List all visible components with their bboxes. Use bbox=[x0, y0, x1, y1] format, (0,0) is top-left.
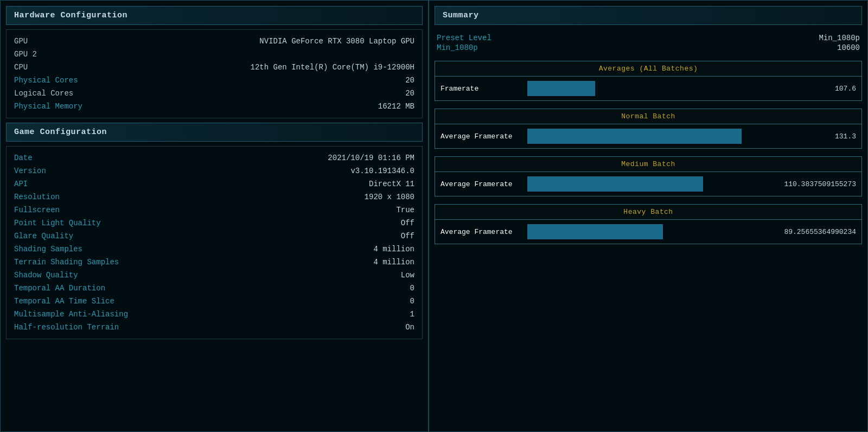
config-value: 1920 x 1080 bbox=[365, 193, 414, 201]
preset-row: Preset Level Min_1080p bbox=[437, 34, 860, 42]
normal-bar-container bbox=[527, 129, 753, 144]
framerate-bar bbox=[527, 81, 595, 96]
normal-batch-section: Normal Batch Average Framerate 131.3 bbox=[435, 109, 862, 149]
summary-header: Summary bbox=[435, 6, 862, 25]
hardware-config-content: GPUNVIDIA GeForce RTX 3080 Laptop GPUGPU… bbox=[6, 29, 423, 118]
config-value: 2021/10/19 01:16 PM bbox=[328, 154, 414, 162]
preset-label: Preset Level bbox=[437, 34, 492, 42]
config-label: Version bbox=[14, 167, 46, 175]
hardware-row: GPUNVIDIA GeForce RTX 3080 Laptop GPU bbox=[14, 35, 414, 47]
game-row: Multisample Anti-Aliasing1 bbox=[14, 308, 414, 320]
averages-content: Framerate 107.6 bbox=[435, 77, 861, 100]
config-value: 16212 MB bbox=[378, 102, 414, 111]
hardware-row: Logical Cores20 bbox=[14, 87, 414, 99]
config-value: On bbox=[405, 323, 414, 332]
config-label: Half-resolution Terrain bbox=[14, 323, 119, 332]
normal-bar bbox=[527, 129, 742, 144]
config-label: GPU bbox=[14, 37, 28, 46]
game-row: Temporal AA Time Slice0 bbox=[14, 295, 414, 307]
heavy-bar bbox=[527, 224, 663, 239]
config-value: 1 bbox=[410, 310, 414, 319]
config-label: Multisample Anti-Aliasing bbox=[14, 310, 128, 319]
config-label: Physical Cores bbox=[14, 76, 78, 85]
config-label: API bbox=[14, 180, 28, 188]
summary-top: Preset Level Min_1080p Min_1080p 10600 bbox=[435, 29, 862, 56]
config-value: Off bbox=[401, 232, 414, 240]
config-label: GPU 2 bbox=[14, 50, 37, 59]
game-config-content: Date2021/10/19 01:16 PMVersionv3.10.1913… bbox=[6, 146, 423, 339]
medium-batch-section: Medium Batch Average Framerate 110.38375… bbox=[435, 156, 862, 196]
config-label: Shading Samples bbox=[14, 245, 82, 253]
config-value: DirectX 11 bbox=[369, 180, 414, 188]
normal-framerate-label: Average Framerate bbox=[441, 132, 522, 141]
heavy-bar-container bbox=[527, 224, 753, 239]
config-value: v3.10.191346.0 bbox=[350, 167, 414, 175]
min-label: Min_1080p bbox=[437, 43, 478, 52]
averages-section: Averages (All Batches) Framerate 107.6 bbox=[435, 61, 862, 101]
medium-batch-header: Medium Batch bbox=[435, 157, 861, 172]
config-value: 0 bbox=[410, 297, 414, 306]
config-label: Resolution bbox=[14, 193, 60, 201]
game-row: Glare QualityOff bbox=[14, 230, 414, 242]
game-row: Shading Samples4 million bbox=[14, 243, 414, 255]
config-label: Point Light Quality bbox=[14, 219, 101, 227]
hardware-row: GPU 2 bbox=[14, 48, 414, 60]
medium-bar bbox=[527, 176, 703, 192]
min-value: 10600 bbox=[837, 43, 860, 52]
heavy-batch-section: Heavy Batch Average Framerate 89.2565536… bbox=[435, 204, 862, 244]
config-value: Off bbox=[401, 219, 414, 227]
normal-framerate-value: 131.3 bbox=[758, 132, 856, 141]
game-config-header: Game Configuration bbox=[6, 123, 423, 142]
config-label: Temporal AA Time Slice bbox=[14, 297, 114, 306]
averages-header: Averages (All Batches) bbox=[435, 61, 861, 77]
left-panel: Hardware Configuration GPUNVIDIA GeForce… bbox=[0, 0, 429, 432]
config-value: 0 bbox=[410, 284, 414, 293]
normal-batch-content: Average Framerate 131.3 bbox=[435, 124, 861, 148]
config-value: 20 bbox=[405, 89, 414, 98]
config-value: 12th Gen Intel(R) Core(TM) i9-12900H bbox=[251, 63, 414, 72]
config-value: Low bbox=[401, 271, 414, 279]
hardware-row: Physical Memory16212 MB bbox=[14, 100, 414, 112]
game-row: APIDirectX 11 bbox=[14, 178, 414, 190]
right-panel: Summary Preset Level Min_1080p Min_1080p… bbox=[429, 0, 868, 432]
config-value: 20 bbox=[405, 76, 414, 85]
config-label: Shadow Quality bbox=[14, 271, 78, 279]
game-row: Shadow QualityLow bbox=[14, 269, 414, 281]
medium-framerate-value: 110.3837509155273 bbox=[758, 180, 856, 188]
config-value: 4 million bbox=[373, 245, 414, 253]
min-row: Min_1080p 10600 bbox=[437, 43, 860, 52]
game-row: Resolution1920 x 1080 bbox=[14, 191, 414, 203]
preset-value: Min_1080p bbox=[819, 34, 860, 42]
framerate-label: Framerate bbox=[441, 85, 522, 93]
config-label: Physical Memory bbox=[14, 102, 82, 111]
config-label: Fullscreen bbox=[14, 206, 60, 214]
config-value: 4 million bbox=[373, 258, 414, 266]
framerate-bar-container bbox=[527, 81, 753, 96]
hardware-row: Physical Cores20 bbox=[14, 74, 414, 86]
heavy-batch-content: Average Framerate 89.25655364990234 bbox=[435, 220, 861, 244]
heavy-framerate-value: 89.25655364990234 bbox=[758, 228, 856, 236]
game-row: FullscreenTrue bbox=[14, 204, 414, 216]
heavy-batch-header: Heavy Batch bbox=[435, 205, 861, 220]
game-row: Terrain Shading Samples4 million bbox=[14, 256, 414, 268]
game-row: Temporal AA Duration0 bbox=[14, 282, 414, 294]
game-row: Date2021/10/19 01:16 PM bbox=[14, 152, 414, 164]
hardware-config-header: Hardware Configuration bbox=[6, 6, 423, 25]
framerate-value: 107.6 bbox=[758, 85, 856, 93]
config-label: Temporal AA Duration bbox=[14, 284, 105, 293]
config-label: Glare Quality bbox=[14, 232, 73, 240]
medium-framerate-label: Average Framerate bbox=[441, 180, 522, 188]
config-label: Terrain Shading Samples bbox=[14, 258, 119, 266]
config-label: CPU bbox=[14, 63, 28, 72]
game-row: Half-resolution TerrainOn bbox=[14, 321, 414, 333]
hardware-row: CPU12th Gen Intel(R) Core(TM) i9-12900H bbox=[14, 61, 414, 73]
game-row: Versionv3.10.191346.0 bbox=[14, 165, 414, 177]
config-value: NVIDIA GeForce RTX 3080 Laptop GPU bbox=[259, 37, 414, 46]
config-label: Logical Cores bbox=[14, 89, 73, 98]
medium-batch-content: Average Framerate 110.3837509155273 bbox=[435, 172, 861, 196]
heavy-framerate-label: Average Framerate bbox=[441, 228, 522, 236]
medium-bar-container bbox=[527, 176, 753, 192]
config-label: Date bbox=[14, 154, 33, 162]
game-row: Point Light QualityOff bbox=[14, 217, 414, 229]
normal-batch-header: Normal Batch bbox=[435, 109, 861, 124]
